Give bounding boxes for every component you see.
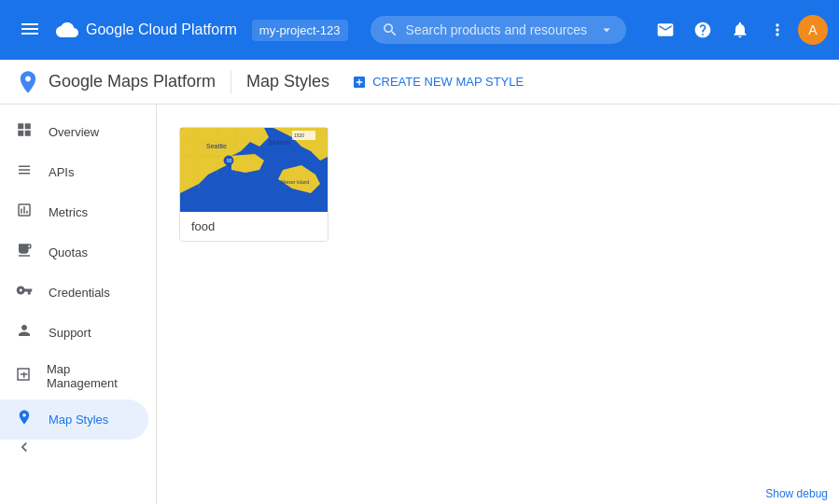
metrics-icon <box>15 202 34 223</box>
sidebar-item-overview[interactable]: Overview <box>0 112 148 152</box>
create-new-map-style-button[interactable]: CREATE NEW MAP STYLE <box>344 71 531 93</box>
map-image: Seattle Bellevu Mercer Island 90 1520 <box>180 128 329 212</box>
sidebar-credentials-label: Credentials <box>49 286 110 300</box>
sidebar-overview-label: Overview <box>49 125 99 139</box>
sidebar-quotas-label: Quotas <box>49 245 88 259</box>
help-button[interactable] <box>686 13 720 47</box>
app-title: Google Maps Platform <box>49 72 216 91</box>
sidebar-metrics-label: Metrics <box>49 205 88 219</box>
svg-text:1520: 1520 <box>294 133 304 138</box>
sidebar-support-label: Support <box>49 326 91 340</box>
svg-text:Bellevu: Bellevu <box>269 139 290 146</box>
topbar: Google Cloud Platform my-project-123 A <box>0 0 839 60</box>
project-selector[interactable]: my-project-123 <box>252 20 348 41</box>
cloud-icon <box>56 19 78 41</box>
gcp-logo: Google Cloud Platform <box>56 19 237 41</box>
maps-platform-logo: Google Maps Platform <box>15 69 216 95</box>
add-icon <box>352 75 367 90</box>
notifications-button[interactable] <box>649 13 682 47</box>
sidebar: Overview APIs Metrics Quotas Credentials <box>0 105 157 504</box>
search-input[interactable] <box>406 22 591 37</box>
map-style-label: food <box>180 212 328 241</box>
map-style-card[interactable]: Seattle Bellevu Mercer Island 90 1520 fo… <box>179 127 329 242</box>
svg-text:90: 90 <box>227 158 232 163</box>
quotas-icon <box>15 242 34 263</box>
search-dropdown-icon[interactable] <box>598 21 615 38</box>
sidebar-item-apis[interactable]: APIs <box>0 152 148 192</box>
support-icon <box>15 322 34 343</box>
separator <box>231 71 231 93</box>
subbar: Google Maps Platform Map Styles CREATE N… <box>0 60 839 105</box>
overview-icon <box>15 121 34 143</box>
topbar-actions: A <box>649 13 828 47</box>
svg-text:Seattle: Seattle <box>206 143 227 149</box>
apis-icon <box>15 161 34 183</box>
credentials-icon <box>15 282 34 303</box>
sidebar-item-quotas[interactable]: Quotas <box>0 232 148 273</box>
main-layout: Overview APIs Metrics Quotas Credentials <box>0 105 839 504</box>
collapse-icon <box>15 438 34 456</box>
svg-text:Mercer Island: Mercer Island <box>281 179 310 185</box>
sidebar-item-map-management[interactable]: Map Management <box>0 353 148 399</box>
page-title: Map Styles <box>246 72 329 91</box>
sidebar-map-styles-label: Map Styles <box>49 413 108 427</box>
alerts-button[interactable] <box>723 13 757 47</box>
sidebar-item-metrics[interactable]: Metrics <box>0 192 148 232</box>
main-content: Seattle Bellevu Mercer Island 90 1520 fo… <box>157 105 839 504</box>
sidebar-item-support[interactable]: Support <box>0 313 148 353</box>
map-thumbnail: Seattle Bellevu Mercer Island 90 1520 <box>180 128 329 212</box>
search-icon <box>382 21 399 38</box>
map-styles-icon <box>15 409 34 430</box>
more-options-button[interactable] <box>761 13 794 47</box>
sidebar-item-credentials[interactable]: Credentials <box>0 273 148 313</box>
search-bar[interactable] <box>371 16 626 44</box>
sidebar-item-map-styles[interactable]: Map Styles <box>0 399 148 440</box>
sidebar-apis-label: APIs <box>49 165 74 179</box>
sidebar-collapse-button[interactable] <box>15 438 34 459</box>
debug-bar-button[interactable]: Show debug <box>754 483 839 504</box>
user-avatar[interactable]: A <box>798 15 828 45</box>
map-management-icon <box>15 366 32 387</box>
maps-logo-icon <box>15 69 41 95</box>
sidebar-map-management-label: Map Management <box>47 362 133 390</box>
menu-icon[interactable] <box>11 10 49 50</box>
topbar-title: Google Cloud Platform <box>86 21 237 38</box>
